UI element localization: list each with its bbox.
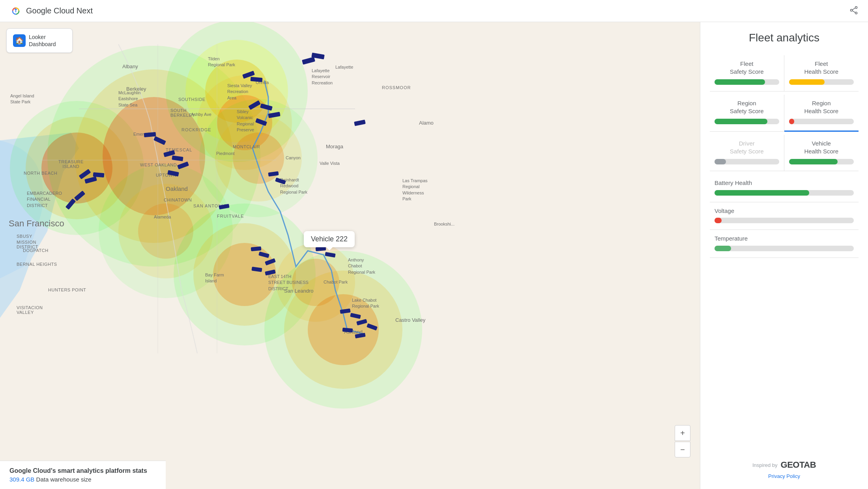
app-title: Google Cloud Next	[26, 6, 93, 15]
fleet-health-score: FleetHealth Score	[784, 55, 859, 91]
stats-title: Google Cloud's smart analytics platform …	[9, 467, 156, 474]
region-safety-score: RegionSafety Score	[710, 95, 784, 132]
temperature-label: Temperature	[715, 235, 854, 243]
privacy-policy-link[interactable]: Privacy Policy	[710, 472, 859, 480]
panel-title: Fleet analytics	[710, 32, 859, 44]
privacy-policy-label: Privacy Policy	[768, 473, 800, 479]
looker-dashboard-button[interactable]: 🏠 LookerDashboard	[6, 28, 73, 53]
battery-health-bar	[715, 190, 809, 196]
fleet-health-bar-container	[789, 79, 854, 85]
google-cloud-logo	[9, 5, 22, 17]
voltage-label: Voltage	[715, 207, 854, 215]
svg-point-2	[855, 12, 857, 14]
fleet-health-bar	[789, 79, 825, 85]
map-controls: + −	[675, 425, 690, 457]
region-scores-row: RegionSafety Score RegionHealth Score	[710, 95, 859, 132]
vehicle-health-label: VehicleHealth Score	[789, 140, 854, 155]
map-area[interactable]: Albany Berkeley Lafayette ROSSMOOR Alamo…	[0, 22, 700, 489]
zoom-in-button[interactable]: +	[675, 425, 690, 441]
svg-point-0	[855, 6, 857, 8]
map-svg	[0, 22, 700, 489]
home-icon: 🏠	[13, 34, 26, 47]
vehicle-tooltip-label: Vehicle 222	[311, 235, 348, 243]
fleet-scores-row: FleetSafety Score FleetHealth Score	[710, 55, 859, 91]
vehicle-222-tooltip: Vehicle 222	[304, 231, 355, 247]
svg-point-1	[851, 9, 853, 11]
fleet-safety-bar	[715, 79, 765, 85]
header: Google Cloud Next	[0, 0, 868, 22]
voltage-bar	[715, 218, 722, 223]
panel-footer: Inspired by GEOTAB Privacy Policy	[710, 452, 859, 480]
inspired-by-label: Inspired by	[752, 462, 778, 468]
right-panel: Fleet analytics FleetSafety Score FleetH…	[700, 22, 868, 489]
region-safety-bar-container	[715, 119, 779, 124]
geotab-logo: GEOTAB	[781, 460, 816, 470]
battery-health-section: Battery Health	[710, 174, 859, 202]
vehicle-health-score: VehicleHealth Score	[784, 135, 859, 171]
temperature-section: Temperature	[710, 230, 859, 258]
stats-value: 309.4 GB	[9, 476, 34, 483]
vehicle-marker	[93, 172, 105, 177]
driver-safety-score: DriverSafety Score	[710, 135, 784, 171]
vehicle-marker	[342, 328, 353, 332]
share-icon[interactable]	[849, 6, 859, 17]
voltage-section: Voltage	[710, 202, 859, 230]
region-health-bar	[789, 119, 794, 124]
temperature-bar	[715, 246, 731, 251]
driver-safety-bar	[715, 159, 726, 164]
logo-area: Google Cloud Next	[9, 5, 93, 17]
fleet-safety-score: FleetSafety Score	[710, 55, 784, 91]
driver-safety-bar-container	[715, 159, 779, 164]
fleet-safety-label: FleetSafety Score	[715, 60, 779, 75]
looker-label: LookerDashboard	[29, 34, 56, 48]
region-safety-bar	[715, 119, 767, 124]
inspired-by-section: Inspired by GEOTAB	[710, 460, 859, 470]
temperature-bar-container	[715, 246, 854, 251]
fleet-health-label: FleetHealth Score	[789, 60, 854, 75]
driver-safety-label: DriverSafety Score	[715, 140, 779, 155]
region-safety-label: RegionSafety Score	[715, 99, 779, 115]
stats-detail: 309.4 GB Data warehouse size	[9, 476, 156, 483]
svg-line-4	[852, 11, 855, 13]
svg-line-3	[852, 8, 855, 10]
stats-label: Data warehouse size	[36, 476, 92, 483]
stats-bar: Google Cloud's smart analytics platform …	[0, 461, 166, 489]
region-health-label: RegionHealth Score	[789, 99, 854, 115]
left-nav: 🏠 LookerDashboard	[0, 22, 79, 59]
battery-health-bar-container	[715, 190, 854, 196]
vehicle-health-bar-container	[789, 159, 854, 164]
battery-health-label: Battery Health	[715, 179, 854, 187]
fleet-safety-bar-container	[715, 79, 779, 85]
driver-vehicle-scores-row: DriverSafety Score VehicleHealth Score	[710, 135, 859, 171]
map-background: Albany Berkeley Lafayette ROSSMOOR Alamo…	[0, 22, 700, 489]
region-health-score: RegionHealth Score	[784, 95, 859, 132]
zoom-out-button[interactable]: −	[675, 442, 690, 457]
vehicle-health-bar	[789, 159, 838, 164]
voltage-bar-container	[715, 218, 854, 223]
region-health-bar-container	[789, 119, 854, 124]
